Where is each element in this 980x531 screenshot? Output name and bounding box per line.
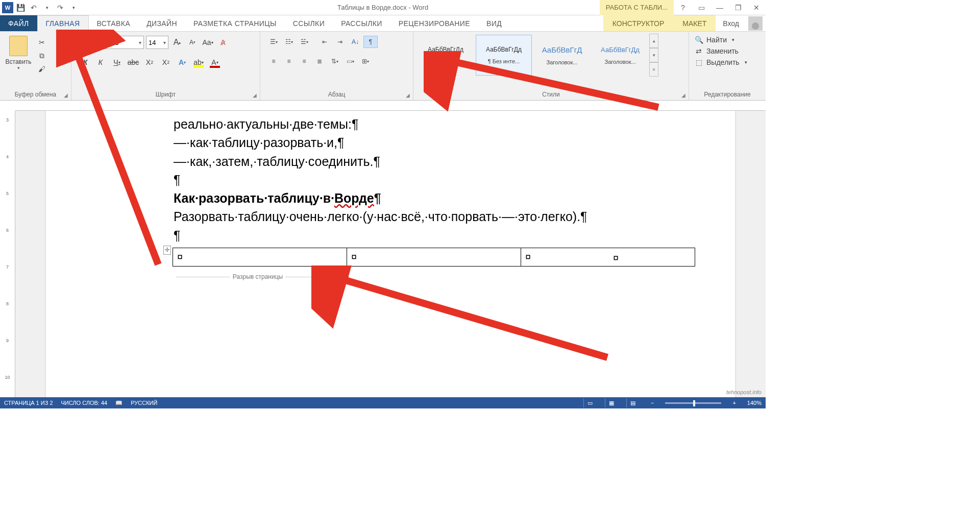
ribbon-display-button[interactable]: ▭ (692, 0, 710, 15)
text-line[interactable]: —·как,·затем,·таблицу·соединить.¶ (174, 152, 607, 171)
justify-button[interactable]: ≣ (312, 55, 327, 67)
find-button[interactable]: 🔍Найти▾ (694, 36, 747, 44)
align-right-button[interactable]: ≡ (297, 55, 311, 67)
table-move-handle[interactable]: ¤ ¤ ¤ ¤ (174, 248, 607, 267)
undo-button[interactable]: ↶ (28, 2, 40, 14)
align-center-button[interactable]: ≡ (282, 55, 296, 67)
horizontal-ruler[interactable] (15, 101, 766, 111)
status-page[interactable]: СТРАНИЦА 1 ИЗ 2 (4, 400, 53, 406)
close-button[interactable]: ✕ (747, 0, 766, 15)
table-cell[interactable]: ¤ (173, 248, 347, 266)
style-no-spacing[interactable]: АаБбВвГгДд ¶ Без инте... (476, 35, 532, 76)
copy-button[interactable]: ⧉ (36, 50, 48, 61)
redo-button[interactable]: ↷ (54, 2, 66, 14)
table-cell[interactable]: ¤ (521, 248, 695, 266)
zoom-level[interactable]: 140% (747, 400, 762, 406)
underline-button[interactable]: Ч▾ (110, 56, 124, 68)
select-button[interactable]: ⬚Выделить▾ (694, 58, 747, 66)
increase-font-button[interactable]: A▴ (170, 36, 184, 49)
styles-expand[interactable]: ≡ (649, 62, 658, 77)
text-line[interactable]: ¶ (174, 226, 607, 245)
qat-customize[interactable]: ▾ (67, 2, 80, 14)
user-avatar-icon[interactable] (748, 16, 763, 31)
text-line[interactable]: реально·актуальны·две·темы:¶ (174, 115, 607, 133)
undo-dropdown[interactable]: ▾ (41, 2, 53, 14)
tab-file[interactable]: ФАЙЛ (0, 15, 37, 31)
format-painter-button[interactable]: 🖌 (36, 63, 48, 75)
restore-button[interactable]: ❐ (729, 0, 747, 15)
multilevel-list-button[interactable]: ☱▾ (297, 36, 311, 48)
superscript-button[interactable]: X2 (159, 56, 173, 68)
tab-page-layout[interactable]: РАЗМЕТКА СТРАНИЦЫ (185, 15, 285, 31)
document-page[interactable]: реально·актуальны·две·темы:¶ —·как·табли… (46, 111, 735, 397)
font-name-combo[interactable]: Calibri (Осно▾ (78, 36, 144, 49)
tab-table-layout[interactable]: МАКЕТ (673, 15, 716, 31)
strikethrough-button[interactable]: abc (127, 56, 140, 68)
bold-button[interactable]: Ж (78, 56, 91, 68)
pilcrow-mark: ¶ (344, 267, 350, 281)
font-launcher-icon[interactable]: ◢ (253, 92, 257, 98)
decrease-font-button[interactable]: A▾ (186, 36, 199, 49)
shading-button[interactable]: ▭▾ (343, 55, 357, 67)
help-button[interactable]: ? (674, 0, 692, 15)
cut-button[interactable]: ✂ (36, 37, 48, 48)
document-body[interactable]: реально·актуальны·две·темы:¶ —·как·табли… (174, 115, 607, 281)
sort-button[interactable]: A↓ (348, 36, 362, 48)
tab-design[interactable]: ДИЗАЙН (138, 15, 185, 31)
tab-view[interactable]: ВИД (478, 15, 510, 31)
style-heading2[interactable]: АаБбВвГгДд Заголовок... (592, 35, 648, 76)
styles-launcher-icon[interactable]: ◢ (681, 92, 685, 98)
text-line[interactable]: —·как·таблицу·разорвать·и,¶ (174, 133, 607, 152)
sign-in-link[interactable]: Вход (716, 15, 746, 31)
status-language[interactable]: РУССКИЙ (131, 400, 157, 406)
zoom-out-button[interactable]: − (651, 400, 654, 406)
clipboard-launcher-icon[interactable]: ◢ (64, 92, 68, 98)
bullets-button[interactable]: ☰▾ (266, 36, 281, 48)
line-spacing-button[interactable]: ⇅▾ (328, 55, 342, 67)
replace-button[interactable]: ⇄Заменить (694, 47, 747, 55)
tab-insert[interactable]: ВСТАВКА (89, 15, 139, 31)
show-marks-button[interactable]: ¶ (363, 36, 378, 48)
tab-table-constructor[interactable]: КОНСТРУКТОР (603, 15, 673, 31)
view-print-layout[interactable]: ▦ (605, 398, 618, 407)
view-web-layout[interactable]: ▤ (626, 398, 640, 407)
align-left-button[interactable]: ≡ (266, 55, 281, 67)
styles-scroll-up[interactable]: ▴ (649, 34, 658, 48)
paragraph-launcher-icon[interactable]: ◢ (406, 92, 410, 98)
text-line[interactable]: Разорвать·таблицу·очень·легко·(у·нас·всё… (174, 207, 607, 226)
vertical-ruler[interactable]: 34567891011 (0, 111, 15, 397)
view-read-mode[interactable]: ▭ (583, 398, 597, 407)
numbering-button[interactable]: ☷▾ (282, 36, 296, 48)
tab-home[interactable]: ГЛАВНАЯ (37, 15, 89, 32)
table-cell[interactable]: ¤ (347, 248, 521, 266)
clear-formatting-button[interactable]: A̷ (216, 36, 230, 49)
save-button[interactable]: 💾 (14, 2, 27, 14)
styles-gallery[interactable]: АаБбВвГгДд Обычный АаБбВвГгДд ¶ Без инте… (416, 34, 685, 77)
zoom-slider[interactable] (665, 402, 721, 404)
group-styles-label: Стили◢ (416, 90, 685, 99)
document-area[interactable]: реально·актуальны·две·темы:¶ —·как·табли… (15, 111, 766, 397)
zoom-in-button[interactable]: + (732, 400, 736, 406)
status-words[interactable]: ЧИСЛО СЛОВ: 44 (61, 400, 108, 406)
status-proofing-icon[interactable]: 📖 (115, 400, 122, 406)
italic-button[interactable]: К (94, 56, 107, 68)
styles-scroll-down[interactable]: ▾ (649, 48, 658, 62)
paste-button[interactable]: Вставить ▾ (3, 34, 34, 70)
style-normal[interactable]: АаБбВвГгДд Обычный (418, 35, 474, 76)
font-size-combo[interactable]: 14▾ (146, 36, 168, 49)
text-line[interactable]: ¶ (174, 171, 607, 189)
highlight-button[interactable]: ab▾ (192, 56, 205, 68)
subscript-button[interactable]: X2 (143, 56, 156, 68)
style-heading1[interactable]: АаБбВвГгД Заголовок... (534, 35, 590, 76)
text-effects-button[interactable]: A▾ (176, 56, 189, 68)
tab-review[interactable]: РЕЦЕНЗИРОВАНИЕ (390, 15, 478, 31)
tab-references[interactable]: ССЫЛКИ (285, 15, 333, 31)
font-color-button[interactable]: A▾ (208, 56, 222, 68)
tab-mailings[interactable]: РАССЫЛКИ (333, 15, 390, 31)
decrease-indent-button[interactable]: ⇤ (317, 36, 332, 48)
borders-button[interactable]: ⊞▾ (358, 55, 373, 67)
minimize-button[interactable]: — (710, 0, 729, 15)
text-heading[interactable]: Как·разорвать·таблицу·в·Ворде¶ (174, 189, 607, 207)
increase-indent-button[interactable]: ⇥ (333, 36, 347, 48)
change-case-button[interactable]: Aa▾ (201, 36, 214, 49)
